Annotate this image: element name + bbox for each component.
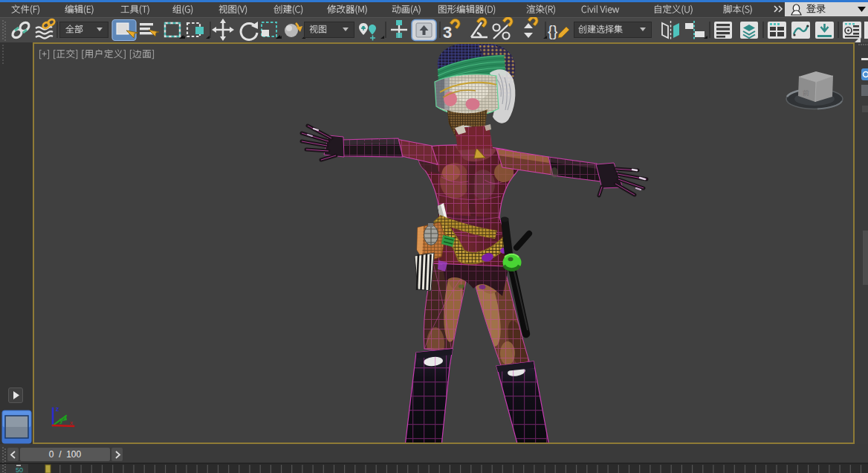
svg-text:前: 前 [803, 89, 809, 97]
svg-text:50: 50 [16, 466, 23, 473]
svg-text:{}: {} [548, 23, 558, 39]
svg-text:x: x [70, 419, 73, 426]
svg-text:z: z [56, 405, 59, 413]
svg-text:y: y [59, 416, 63, 424]
svg-text:3: 3 [443, 23, 452, 42]
